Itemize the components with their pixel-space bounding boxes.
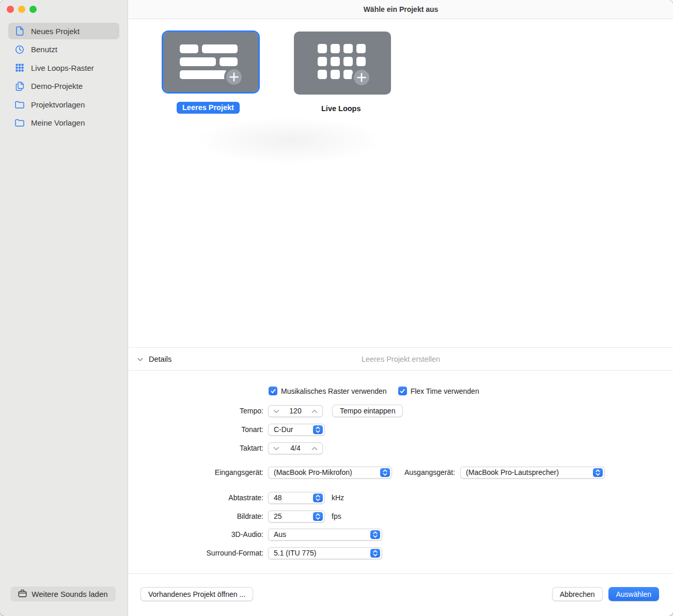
time-signature-label: Taktart:: [129, 444, 263, 452]
sidebar-item-label: Demo-Projekte: [31, 82, 83, 90]
project-tile-live-loops[interactable]: [294, 32, 391, 95]
loop-cell: [318, 44, 327, 53]
loop-cell: [318, 57, 327, 66]
audio3d-value: Aus: [274, 530, 286, 538]
select-arrows-icon: [370, 549, 380, 558]
select-arrows-icon: [313, 494, 323, 502]
documents-icon: [15, 82, 24, 91]
stepper-increment-icon[interactable]: [311, 407, 318, 415]
output-device-value: (MacBook Pro-Lautsprecher): [466, 468, 559, 476]
tempo-label: Tempo:: [129, 407, 263, 415]
flex-time-checkbox-group[interactable]: Flex Time verwenden: [398, 387, 479, 395]
loop-cell: [343, 44, 353, 53]
tile-label-live-loops[interactable]: Live Loops: [321, 104, 361, 113]
loop-cell: [331, 57, 340, 66]
loop-cell: [318, 70, 327, 79]
output-device-select[interactable]: (MacBook Pro-Lautsprecher): [460, 467, 605, 479]
sidebar-item-meine-vorlagen[interactable]: Meine Vorlagen: [8, 115, 119, 131]
track-bar: [180, 44, 198, 53]
chevron-down-icon: [137, 355, 143, 364]
zoom-window-button[interactable]: [29, 6, 37, 13]
close-window-button[interactable]: [7, 6, 14, 13]
frame-rate-select[interactable]: 25: [268, 511, 325, 522]
sidebar-item-live-loops-raster[interactable]: Live Loops-Raster: [8, 59, 119, 76]
sidebar-item-neues-projekt[interactable]: Neues Projekt: [8, 23, 119, 39]
sound-box-icon: [18, 589, 27, 599]
grid-icon: [15, 64, 24, 72]
input-device-select[interactable]: (MacBook Pro-Mikrofon): [268, 467, 392, 479]
key-select[interactable]: C-Dur: [268, 424, 325, 436]
sidebar-item-demo-projekte[interactable]: Demo-Projekte: [8, 78, 119, 95]
select-arrows-icon: [313, 425, 323, 434]
sidebar-item-benutzt[interactable]: Benutzt: [8, 41, 119, 58]
sidebar-item-label: Projektvorlagen: [31, 100, 85, 109]
output-device-label: Ausgangsgerät:: [404, 468, 455, 476]
sidebar-item-label: Live Loops-Raster: [31, 64, 94, 72]
checkbox-checked-icon[interactable]: [398, 387, 407, 395]
stepper-decrement-icon[interactable]: [273, 444, 279, 452]
stepper-decrement-icon[interactable]: [273, 407, 279, 415]
folder-icon: [15, 119, 24, 127]
frame-rate-label: Bildrate:: [129, 512, 263, 520]
surround-format-select[interactable]: 5.1 (ITU 775): [268, 547, 382, 559]
tile-label-leeres-projekt[interactable]: Leeres Projekt: [177, 102, 240, 114]
choose-button[interactable]: Auswählen: [608, 587, 660, 601]
sample-rate-value: 48: [274, 494, 282, 502]
surround-format-row: Surround-Format: 5.1 (ITU 775): [129, 547, 382, 559]
tempo-stepper[interactable]: 120: [268, 405, 323, 417]
audio3d-select[interactable]: Aus: [268, 529, 382, 541]
sample-rate-label: Abtastrate:: [129, 494, 263, 502]
window-title: Wähle ein Projekt aus: [364, 5, 439, 13]
main-panel: Wähle ein Projekt aus Leeres Projekt: [129, 0, 673, 616]
details-subtitle: Leeres Projekt erstellen: [129, 355, 673, 363]
sidebar-item-label: Neues Projekt: [31, 27, 80, 36]
select-arrows-icon: [313, 512, 323, 521]
time-signature-row: Taktart: 4/4: [129, 442, 323, 454]
sidebar-item-projektvorlagen[interactable]: Projektvorlagen: [8, 96, 119, 113]
audio3d-row: 3D-Audio: Aus: [129, 528, 382, 541]
track-bar: [202, 44, 238, 53]
frame-rate-unit: fps: [332, 512, 341, 520]
checkbox-checked-icon[interactable]: [269, 387, 277, 395]
window-controls: [7, 6, 37, 13]
surround-format-label: Surround-Format:: [129, 549, 263, 557]
tap-tempo-button[interactable]: Tempo eintappen: [332, 405, 403, 417]
key-label: Tonart:: [129, 425, 263, 434]
key-value: C-Dur: [274, 425, 293, 434]
open-existing-project-button[interactable]: Vorhandenes Projekt öffnen ...: [140, 587, 253, 601]
cancel-button[interactable]: Abbrechen: [552, 587, 603, 601]
checkbox-row: Musikalisches Raster verwenden Flex Time…: [269, 387, 479, 395]
project-tile-leeres-projekt[interactable]: [163, 32, 258, 92]
footer-divider: [129, 573, 673, 574]
document-icon: [15, 26, 24, 36]
audio3d-label: 3D-Audio:: [129, 530, 263, 538]
load-more-sounds-button[interactable]: Weitere Sounds laden: [10, 587, 116, 602]
sidebar: Neues Projekt Benutzt: [0, 0, 128, 616]
track-bar: [180, 70, 227, 79]
minimize-window-button[interactable]: [18, 6, 25, 13]
select-arrows-icon: [370, 530, 380, 539]
track-bar: [180, 57, 216, 66]
titlebar: Wähle ein Projekt aus: [129, 0, 673, 19]
details-label: Details: [149, 355, 171, 363]
tile-reflection: [154, 107, 423, 174]
tempo-row: Tempo: 120 Tempo eintappen: [129, 405, 403, 417]
project-chooser-window: Neues Projekt Benutzt: [0, 0, 673, 616]
sample-rate-select[interactable]: 48: [268, 492, 325, 504]
select-arrows-icon: [380, 468, 390, 477]
time-signature-stepper[interactable]: 4/4: [268, 442, 323, 454]
musical-grid-checkbox-group[interactable]: Musikalisches Raster verwenden: [269, 387, 387, 395]
stepper-increment-icon[interactable]: [311, 444, 318, 452]
loop-cell: [331, 70, 340, 79]
details-disclosure[interactable]: Details: [137, 355, 171, 364]
audio-devices-row: Eingangsgerät: (MacBook Pro-Mikrofon) Au…: [129, 466, 605, 479]
frame-rate-row: Bildrate: 25 fps: [129, 510, 341, 522]
flex-time-checkbox-label: Flex Time verwenden: [411, 387, 479, 395]
track-bar: [220, 57, 238, 66]
sidebar-item-label: Benutzt: [31, 45, 57, 54]
load-more-sounds-label: Weitere Sounds laden: [32, 590, 107, 598]
plus-icon: [224, 67, 244, 87]
sidebar-item-label: Meine Vorlagen: [31, 118, 85, 127]
input-device-value: (MacBook Pro-Mikrofon): [274, 468, 352, 476]
surround-format-value: 5.1 (ITU 775): [274, 549, 316, 557]
